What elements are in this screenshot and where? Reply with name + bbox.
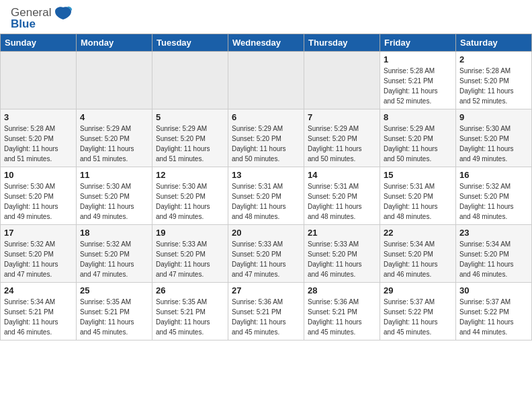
calendar-cell bbox=[1, 52, 77, 109]
day-number: 4 bbox=[80, 112, 148, 122]
weekday-header-monday: Monday bbox=[77, 34, 152, 52]
calendar-cell: 16Sunrise: 5:32 AM Sunset: 5:20 PM Dayli… bbox=[456, 167, 532, 225]
calendar-cell: 11Sunrise: 5:30 AM Sunset: 5:20 PM Dayli… bbox=[77, 167, 152, 225]
calendar-cell: 9Sunrise: 5:30 AM Sunset: 5:20 PM Daylig… bbox=[456, 109, 532, 167]
day-number: 7 bbox=[308, 112, 376, 122]
day-number: 11 bbox=[80, 170, 148, 180]
calendar-cell: 15Sunrise: 5:31 AM Sunset: 5:20 PM Dayli… bbox=[380, 167, 456, 225]
day-number: 3 bbox=[4, 112, 73, 122]
day-number: 8 bbox=[384, 112, 452, 122]
day-info: Sunrise: 5:35 AM Sunset: 5:21 PM Dayligh… bbox=[80, 297, 148, 337]
day-info: Sunrise: 5:29 AM Sunset: 5:20 PM Dayligh… bbox=[156, 124, 224, 164]
calendar-cell: 26Sunrise: 5:35 AM Sunset: 5:21 PM Dayli… bbox=[152, 283, 228, 340]
day-info: Sunrise: 5:29 AM Sunset: 5:20 PM Dayligh… bbox=[384, 124, 452, 164]
day-number: 2 bbox=[459, 54, 528, 64]
calendar-cell: 22Sunrise: 5:34 AM Sunset: 5:20 PM Dayli… bbox=[380, 225, 456, 283]
calendar-cell: 28Sunrise: 5:36 AM Sunset: 5:21 PM Dayli… bbox=[304, 283, 380, 340]
day-info: Sunrise: 5:34 AM Sunset: 5:20 PM Dayligh… bbox=[384, 239, 452, 279]
logo-bird-icon bbox=[54, 6, 73, 26]
day-info: Sunrise: 5:31 AM Sunset: 5:20 PM Dayligh… bbox=[232, 181, 300, 222]
day-number: 21 bbox=[308, 228, 376, 238]
weekday-header-thursday: Thursday bbox=[304, 34, 380, 52]
day-info: Sunrise: 5:30 AM Sunset: 5:20 PM Dayligh… bbox=[459, 124, 528, 164]
day-number: 1 bbox=[384, 54, 452, 64]
calendar-cell: 23Sunrise: 5:34 AM Sunset: 5:20 PM Dayli… bbox=[456, 225, 532, 283]
day-info: Sunrise: 5:29 AM Sunset: 5:20 PM Dayligh… bbox=[308, 124, 376, 164]
day-info: Sunrise: 5:30 AM Sunset: 5:20 PM Dayligh… bbox=[4, 181, 73, 222]
day-number: 29 bbox=[384, 285, 452, 295]
calendar-cell: 7Sunrise: 5:29 AM Sunset: 5:20 PM Daylig… bbox=[304, 109, 380, 167]
day-number: 26 bbox=[156, 285, 224, 295]
logo-blue-text: Blue bbox=[11, 17, 36, 30]
day-number: 24 bbox=[4, 285, 73, 295]
day-number: 27 bbox=[232, 285, 300, 295]
calendar-cell: 14Sunrise: 5:31 AM Sunset: 5:20 PM Dayli… bbox=[304, 167, 380, 225]
day-info: Sunrise: 5:37 AM Sunset: 5:22 PM Dayligh… bbox=[459, 297, 528, 337]
day-number: 14 bbox=[308, 170, 376, 180]
calendar-cell: 12Sunrise: 5:30 AM Sunset: 5:20 PM Dayli… bbox=[152, 167, 228, 225]
day-info: Sunrise: 5:30 AM Sunset: 5:20 PM Dayligh… bbox=[80, 181, 148, 222]
day-info: Sunrise: 5:28 AM Sunset: 5:20 PM Dayligh… bbox=[459, 66, 528, 106]
calendar-cell bbox=[152, 52, 228, 109]
weekday-header-wednesday: Wednesday bbox=[228, 34, 304, 52]
day-info: Sunrise: 5:35 AM Sunset: 5:21 PM Dayligh… bbox=[156, 297, 224, 337]
day-number: 15 bbox=[384, 170, 452, 180]
calendar-cell: 6Sunrise: 5:29 AM Sunset: 5:20 PM Daylig… bbox=[228, 109, 304, 167]
day-number: 17 bbox=[4, 228, 73, 238]
day-info: Sunrise: 5:32 AM Sunset: 5:20 PM Dayligh… bbox=[4, 239, 73, 279]
day-number: 22 bbox=[384, 228, 452, 238]
day-info: Sunrise: 5:33 AM Sunset: 5:20 PM Dayligh… bbox=[308, 239, 376, 279]
day-info: Sunrise: 5:31 AM Sunset: 5:20 PM Dayligh… bbox=[384, 181, 452, 222]
calendar-cell: 13Sunrise: 5:31 AM Sunset: 5:20 PM Dayli… bbox=[228, 167, 304, 225]
calendar-cell bbox=[228, 52, 304, 109]
weekday-header-friday: Friday bbox=[380, 34, 456, 52]
day-number: 13 bbox=[232, 170, 300, 180]
day-number: 18 bbox=[80, 228, 148, 238]
calendar-cell: 4Sunrise: 5:29 AM Sunset: 5:20 PM Daylig… bbox=[77, 109, 152, 167]
day-info: Sunrise: 5:29 AM Sunset: 5:20 PM Dayligh… bbox=[80, 124, 148, 164]
calendar-cell: 2Sunrise: 5:28 AM Sunset: 5:20 PM Daylig… bbox=[456, 52, 532, 109]
day-info: Sunrise: 5:37 AM Sunset: 5:22 PM Dayligh… bbox=[384, 297, 452, 337]
weekday-header-sunday: Sunday bbox=[1, 34, 77, 52]
day-number: 12 bbox=[156, 170, 224, 180]
day-number: 19 bbox=[156, 228, 224, 238]
weekday-header-saturday: Saturday bbox=[456, 34, 532, 52]
day-number: 25 bbox=[80, 285, 148, 295]
day-info: Sunrise: 5:34 AM Sunset: 5:21 PM Dayligh… bbox=[4, 297, 73, 337]
calendar-cell: 27Sunrise: 5:36 AM Sunset: 5:21 PM Dayli… bbox=[228, 283, 304, 340]
day-info: Sunrise: 5:28 AM Sunset: 5:20 PM Dayligh… bbox=[4, 124, 73, 164]
weekday-header-tuesday: Tuesday bbox=[152, 34, 228, 52]
day-number: 9 bbox=[459, 112, 528, 122]
day-number: 5 bbox=[156, 112, 224, 122]
day-info: Sunrise: 5:28 AM Sunset: 5:21 PM Dayligh… bbox=[384, 66, 452, 106]
day-info: Sunrise: 5:32 AM Sunset: 5:20 PM Dayligh… bbox=[80, 239, 148, 279]
day-number: 6 bbox=[232, 112, 300, 122]
day-info: Sunrise: 5:32 AM Sunset: 5:20 PM Dayligh… bbox=[459, 181, 528, 222]
day-info: Sunrise: 5:31 AM Sunset: 5:20 PM Dayligh… bbox=[308, 181, 376, 222]
calendar-cell: 5Sunrise: 5:29 AM Sunset: 5:20 PM Daylig… bbox=[152, 109, 228, 167]
day-number: 16 bbox=[459, 170, 528, 180]
day-info: Sunrise: 5:30 AM Sunset: 5:20 PM Dayligh… bbox=[156, 181, 224, 222]
calendar-cell: 30Sunrise: 5:37 AM Sunset: 5:22 PM Dayli… bbox=[456, 283, 532, 340]
calendar-cell: 18Sunrise: 5:32 AM Sunset: 5:20 PM Dayli… bbox=[77, 225, 152, 283]
calendar-cell: 19Sunrise: 5:33 AM Sunset: 5:20 PM Dayli… bbox=[152, 225, 228, 283]
day-info: Sunrise: 5:33 AM Sunset: 5:20 PM Dayligh… bbox=[232, 239, 300, 279]
day-number: 10 bbox=[4, 170, 73, 180]
day-number: 30 bbox=[459, 285, 528, 295]
day-info: Sunrise: 5:34 AM Sunset: 5:20 PM Dayligh… bbox=[459, 239, 528, 279]
calendar-table: SundayMondayTuesdayWednesdayThursdayFrid… bbox=[0, 34, 532, 340]
calendar-cell: 3Sunrise: 5:28 AM Sunset: 5:20 PM Daylig… bbox=[1, 109, 77, 167]
calendar-cell: 21Sunrise: 5:33 AM Sunset: 5:20 PM Dayli… bbox=[304, 225, 380, 283]
calendar-cell: 24Sunrise: 5:34 AM Sunset: 5:21 PM Dayli… bbox=[1, 283, 77, 340]
calendar-cell: 1Sunrise: 5:28 AM Sunset: 5:21 PM Daylig… bbox=[380, 52, 456, 109]
calendar-cell: 17Sunrise: 5:32 AM Sunset: 5:20 PM Dayli… bbox=[1, 225, 77, 283]
day-info: Sunrise: 5:36 AM Sunset: 5:21 PM Dayligh… bbox=[308, 297, 376, 337]
calendar-cell bbox=[304, 52, 380, 109]
day-number: 23 bbox=[459, 228, 528, 238]
day-info: Sunrise: 5:33 AM Sunset: 5:20 PM Dayligh… bbox=[156, 239, 224, 279]
calendar-cell bbox=[77, 52, 152, 109]
day-number: 20 bbox=[232, 228, 300, 238]
day-info: Sunrise: 5:29 AM Sunset: 5:20 PM Dayligh… bbox=[232, 124, 300, 164]
calendar-cell: 20Sunrise: 5:33 AM Sunset: 5:20 PM Dayli… bbox=[228, 225, 304, 283]
logo: General Blue bbox=[11, 7, 73, 30]
